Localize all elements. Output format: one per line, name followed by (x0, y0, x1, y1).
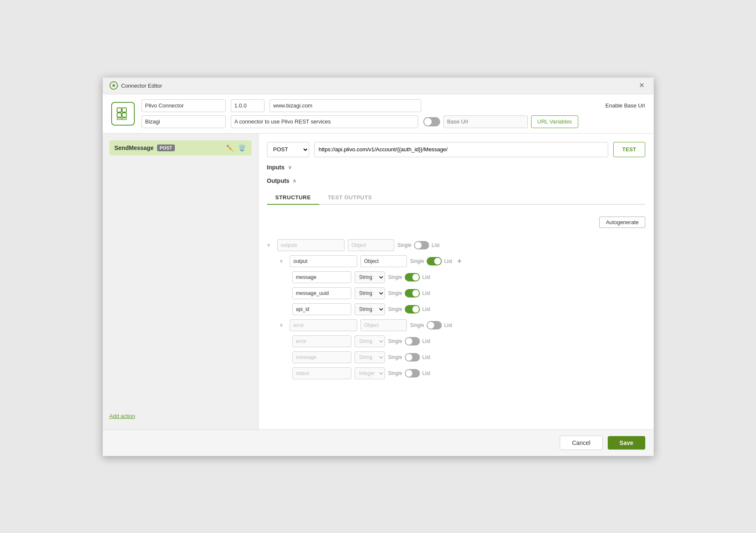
field-message-name[interactable] (292, 271, 351, 283)
api-id-toggle[interactable] (405, 305, 420, 313)
api-id-toggle-thumb (412, 306, 419, 313)
svg-rect-7 (122, 118, 126, 120)
struct-row-outputs: ∨ Single List (267, 238, 645, 252)
field-message-uuid-type[interactable]: String Integer Object (355, 287, 385, 299)
error-message-single-list: Single List (388, 353, 430, 362)
error-obj-single-list: Single List (410, 321, 452, 329)
enable-base-url-section: Enable Base Url (606, 102, 645, 109)
struct-row-error-message: String Integer Object Single List (267, 350, 645, 364)
cancel-button[interactable]: Cancel (560, 436, 603, 450)
outputs-chevron-icon: ∧ (293, 178, 297, 184)
field-error-message-type[interactable]: String Integer Object (355, 351, 385, 363)
chevron-output-icon[interactable]: ∨ (280, 258, 286, 264)
outputs-toggle[interactable] (414, 241, 429, 249)
add-action-button[interactable]: Add action (110, 410, 251, 423)
tab-structure[interactable]: STRUCTURE (267, 191, 320, 205)
error-message-list-label: List (422, 354, 430, 360)
field-outputs-type[interactable] (348, 239, 394, 251)
enable-base-url-label: Enable Base Url (606, 102, 645, 109)
error-message-single-label: Single (388, 354, 402, 360)
status-list-label: List (422, 370, 430, 376)
output-list-label: List (444, 258, 452, 264)
edit-action-button[interactable]: ✏️ (225, 144, 234, 152)
add-output-field-button[interactable]: + (456, 257, 464, 265)
description-input[interactable] (231, 115, 418, 128)
outputs-single-label: Single (398, 242, 411, 248)
field-message-type[interactable]: String Integer Object (355, 271, 385, 283)
struct-row-status: Integer String Object Single List (267, 366, 645, 380)
connector-icon (111, 102, 135, 126)
endpoint-url-input[interactable] (314, 142, 609, 157)
struct-row-error-obj: ∨ Single List (267, 318, 645, 332)
message-uuid-toggle-thumb (412, 290, 419, 297)
delete-action-button[interactable]: 🗑️ (238, 144, 246, 152)
svg-point-1 (112, 84, 115, 87)
action-item: SendMessage POST ✏️ 🗑️ (110, 140, 251, 155)
outputs-single-list: Single List (398, 241, 440, 249)
status-toggle[interactable] (405, 369, 420, 378)
svg-rect-4 (117, 113, 121, 117)
error-obj-toggle-thumb (427, 322, 434, 329)
structure-table: ∨ Single List ∨ (267, 238, 645, 380)
outputs-toggle-thumb (415, 242, 422, 249)
field-error-obj-name[interactable] (290, 319, 357, 331)
message-toggle[interactable] (405, 273, 420, 281)
field-status-name[interactable] (292, 367, 351, 379)
footer: Cancel Save (103, 429, 654, 456)
message-toggle-thumb (412, 274, 419, 281)
enable-base-url-toggle[interactable] (423, 117, 440, 126)
action-name: SendMessage (115, 145, 154, 151)
grid-icon (115, 106, 131, 121)
url-variables-button[interactable]: URL Variables (531, 115, 578, 128)
title-bar-left: Connector Editor (110, 81, 163, 90)
method-select[interactable]: GET POST PUT DELETE PATCH (267, 142, 309, 157)
tab-test-outputs[interactable]: TEST OUTPUTS (319, 191, 380, 205)
output-toggle[interactable] (427, 257, 442, 265)
base-url-input[interactable] (443, 115, 528, 128)
chevron-outputs-icon[interactable]: ∨ (267, 242, 274, 248)
field-api-id-name[interactable] (292, 303, 351, 315)
header-fields: Enable Base Url URL Variables (142, 99, 645, 128)
close-button[interactable]: ✕ (636, 81, 647, 90)
field-message-uuid-name[interactable] (292, 287, 351, 299)
url-input[interactable] (270, 99, 421, 112)
message-uuid-toggle[interactable] (405, 289, 420, 297)
status-toggle-thumb (406, 370, 412, 377)
field-api-id-type[interactable]: String Integer Object (355, 303, 385, 315)
message-uuid-single-label: Single (388, 290, 402, 296)
message-uuid-list-label: List (422, 290, 430, 296)
connector-name-input[interactable] (142, 99, 226, 112)
field-error-obj-type[interactable] (361, 319, 407, 331)
field-status-type[interactable]: Integer String Object (355, 367, 385, 379)
editor-panel: GET POST PUT DELETE PATCH TEST Inputs ∨ … (259, 134, 654, 429)
svg-rect-6 (117, 118, 121, 120)
svg-rect-2 (117, 108, 121, 112)
svg-rect-5 (122, 113, 126, 117)
error-obj-toggle[interactable] (427, 321, 442, 329)
save-button[interactable]: Save (608, 436, 645, 450)
dialog-title: Connector Editor (121, 83, 163, 89)
field-error-message-name[interactable] (292, 351, 351, 363)
outputs-list-label: List (432, 242, 440, 248)
struct-row-output: ∨ Single List + (267, 254, 645, 268)
field-output-type[interactable] (361, 255, 407, 267)
error-toggle[interactable] (405, 337, 420, 346)
field-error-name[interactable] (292, 335, 351, 347)
error-message-toggle[interactable] (405, 353, 420, 362)
outputs-section-header[interactable]: Outputs ∧ (267, 177, 645, 184)
error-message-toggle-thumb (406, 354, 412, 361)
autogenerate-button[interactable]: Autogenerate (599, 217, 645, 228)
test-button[interactable]: TEST (613, 142, 645, 157)
header-row-2: URL Variables (142, 115, 645, 128)
field-outputs-name[interactable] (277, 239, 345, 251)
field-output-name[interactable] (290, 255, 357, 267)
error-single-list: Single List (388, 337, 430, 346)
field-error-type[interactable]: String Integer Object (355, 335, 385, 347)
chevron-error-icon[interactable]: ∨ (280, 322, 286, 328)
action-icons: ✏️ 🗑️ (225, 144, 246, 152)
struct-row-message: String Integer Object Single List (267, 270, 645, 284)
output-toggle-thumb (434, 258, 441, 265)
author-input[interactable] (142, 115, 226, 128)
version-input[interactable] (231, 99, 264, 112)
inputs-section-header[interactable]: Inputs ∨ (267, 164, 645, 171)
